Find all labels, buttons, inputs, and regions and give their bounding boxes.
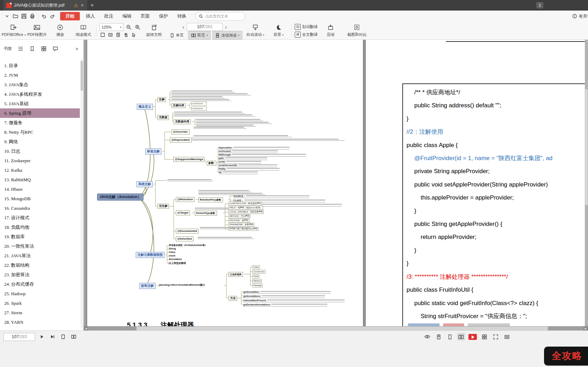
bookmark-item[interactable]: 1. 目录 [0,61,80,70]
thumbnail-view-icon[interactable] [100,32,106,38]
zoom-out-icon[interactable] [125,24,132,31]
menu-tab-comment[interactable]: 批注 [100,11,118,22]
bookmark-item[interactable]: 4. JAVA多线程并发 [0,89,80,99]
read-mode-button[interactable]: 阅读模式 [72,22,95,39]
feedback-button[interactable]: 有异常 [572,13,588,19]
undo-icon[interactable] [40,12,48,20]
zoom-select[interactable]: 125%▾ [100,23,123,31]
bookmark-item[interactable]: 19. 数据库 [0,232,80,241]
double-page-button[interactable]: 双页 ▾ [188,31,211,39]
bookmark-item[interactable]: 28. YARN [0,317,80,327]
bookmark-item[interactable]: 27. Storm [0,308,80,317]
page-thumbnail-icon[interactable] [59,333,67,341]
double-page-view-icon[interactable] [457,333,465,341]
tab-close-icon[interactable]: × [80,2,84,8]
bookmark-item[interactable]: 2. JVM [0,70,80,80]
document-tab[interactable]: JAVA核心面试知识整理.pdf ⚠ × [4,0,87,11]
next-page-icon[interactable] [38,333,46,341]
fit-page-icon[interactable] [435,333,442,341]
bookmark-item[interactable]: 5. JAVA基础 [0,99,80,108]
menu-tab-page[interactable]: 页面 [136,11,154,22]
menu-tab-start[interactable]: 开始 [60,12,80,20]
bookmark-item[interactable]: 17. 设计模式 [0,213,80,222]
vertical-scrollbar[interactable] [585,40,588,326]
bookmark-item[interactable]: 21. JAVA算法 [0,251,80,260]
menu-tab-convert[interactable]: 转换 [173,11,191,22]
annotation-panel-icon[interactable] [52,46,58,52]
previous-page-icon[interactable]: ‹ [183,24,184,30]
single-page-button[interactable]: 单页 [167,31,186,39]
bookmark-item[interactable]: 7. 微服务 [0,118,80,127]
bookmark-item[interactable]: 8. Netty 与RPC [0,127,80,137]
search-input[interactable] [204,14,242,19]
bookmark-item[interactable]: 26. Spark [0,298,80,308]
new-tab-button[interactable]: + [87,2,97,9]
bookmark-item[interactable]: 25. Hadoop [0,289,80,298]
outline-panel-icon[interactable] [18,46,24,52]
compress-button[interactable]: 压缩 [319,22,342,39]
fit-page-icon[interactable] [115,32,121,38]
screenshot-compare-button[interactable]: 截图和对比 [342,22,372,39]
bookmark-item-selected[interactable]: 6. Spring 原理 [0,108,80,118]
menu-tab-edit[interactable]: 编辑 [118,11,136,22]
vertical-scrollbar-thumb[interactable] [585,89,588,205]
full-translate-button[interactable]: 译全文翻译 [295,31,318,38]
tab-bar: JAVA核心面试知识整理.pdf ⚠ × + 1 [0,0,588,11]
window-count-badge[interactable]: 1 [536,2,543,8]
bookmark-item[interactable]: 12. Kafka [0,165,80,175]
bookmark-panel-icon[interactable] [29,46,35,52]
bookmark-item[interactable]: 15. MongoDB [0,194,80,203]
hand-tool-icon[interactable] [123,32,129,38]
fit-width-icon[interactable] [107,32,113,38]
bookmark-item[interactable]: 11. Zookeeper [0,156,80,165]
thumbnail-grid-icon[interactable] [480,333,488,341]
open-folder-icon[interactable] [11,12,20,20]
select-tool-icon[interactable] [130,32,136,38]
bookmark-item[interactable]: 14. Hbase [0,184,80,194]
thumbnail-panel-icon[interactable] [41,46,47,52]
page-number-input[interactable]: 107/283 [187,23,223,31]
eye-protect-icon[interactable] [423,333,431,341]
word-translate-button[interactable]: 划划词翻译 [295,23,318,30]
play-slideshow-button[interactable]: 播放 [49,22,72,39]
pdf-to-office-button[interactable]: PDF转Office ▾ [2,22,25,39]
auto-scroll-button[interactable]: 自动滚动 ▾ [244,22,267,39]
bookmark-item[interactable]: 22. 数据结构 [0,260,80,270]
bookmark-item[interactable]: 3. JAVA集合 [0,80,80,89]
fit-width-icon[interactable] [503,333,511,341]
sidebar-scrollbar-thumb[interactable] [81,61,83,91]
fullscreen-icon[interactable] [492,333,499,341]
last-page-icon[interactable] [49,333,56,341]
background-button[interactable]: 背景 ▾ [267,22,290,39]
next-page-icon[interactable]: › [225,24,227,30]
bookmark-item[interactable]: 9. 网络 [0,137,80,146]
close-panel-icon[interactable]: × [75,46,80,52]
zoom-in-icon[interactable] [134,24,141,31]
rotate-document-button[interactable]: 旋转文档 [142,22,166,39]
menu-bar: 开始 插入 批注 编辑 页面 保护 转换 有异常 [0,11,588,22]
bookmark-item[interactable]: 24. 分布式缓存 [0,279,80,289]
menu-tab-insert[interactable]: 插入 [81,11,100,22]
translate-tools: 划划词翻译 译全文翻译 [293,22,319,39]
save-icon[interactable] [20,12,28,20]
single-page-view-icon[interactable] [446,333,454,341]
continuous-read-button[interactable]: 连续阅读 ▾ [212,31,242,39]
menu-tab-protect[interactable]: 保护 [154,11,173,22]
bookmark-item[interactable]: 13. RabbitMQ [0,175,80,184]
video-play-button[interactable] [468,334,477,340]
bookmark-item[interactable]: 23. 加密算法 [0,270,80,279]
horizontal-scrollbar-thumb[interactable] [136,327,548,330]
redo-icon[interactable] [48,12,57,20]
search-box[interactable] [195,12,245,21]
print-icon[interactable] [28,12,37,20]
bookmark-item[interactable]: 20. 一致性算法 [0,241,80,251]
pdf-to-image-button[interactable]: PDF转图片 [25,22,49,39]
bookmark-item[interactable]: 10. 日志 [0,146,80,156]
bookmark-item[interactable]: 16. Cassandra [0,203,80,213]
sidebar-scrollbar[interactable] [81,59,83,329]
play-icon [57,24,63,31]
collapse-toolbar-icon[interactable] [3,12,11,20]
bookmark-item[interactable]: 18. 负载均衡 [0,222,80,232]
page-layout-icon[interactable] [70,333,77,341]
status-page-input[interactable]: 107/283 [4,333,35,341]
